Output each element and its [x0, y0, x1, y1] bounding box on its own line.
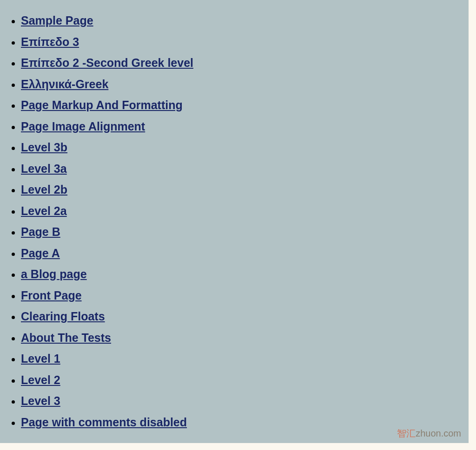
page-link[interactable]: Level 1	[21, 352, 60, 365]
list-item: a Blog page	[21, 264, 469, 285]
page-list-panel: Sample Page Επίπεδο 3 Επίπεδο 2 -Second …	[0, 0, 469, 443]
page-link[interactable]: Front Page	[21, 289, 82, 302]
list-item: Level 3b	[21, 137, 469, 158]
list-item: Page B	[21, 222, 469, 243]
page-link[interactable]: Page Markup And Formatting	[21, 98, 183, 111]
list-item: Sample Page	[21, 10, 469, 32]
list-item: Level 3a	[21, 158, 469, 180]
list-item: Level 3	[21, 391, 469, 412]
page-link[interactable]: Page A	[21, 247, 60, 260]
page-link[interactable]: Επίπεδο 3	[21, 35, 79, 48]
list-item: Level 1	[21, 348, 469, 370]
page-list: Sample Page Επίπεδο 3 Επίπεδο 2 -Second …	[0, 10, 469, 433]
list-item: Front Page	[21, 285, 469, 307]
list-item: Level 2	[21, 370, 469, 391]
page-link[interactable]: Sample Page	[21, 14, 93, 27]
list-item: Level 2a	[21, 201, 469, 222]
page-link[interactable]: Level 3a	[21, 162, 67, 175]
list-item: Επίπεδο 2 -Second Greek level	[21, 52, 469, 74]
list-item: About The Tests	[21, 327, 469, 349]
list-item: Page A	[21, 243, 469, 264]
list-item: Page Image Alignment	[21, 116, 469, 137]
page-link[interactable]: Level 2a	[21, 204, 67, 217]
page-link[interactable]: Ελληνικά-Greek	[21, 78, 108, 91]
page-link[interactable]: Επίπεδο 2 -Second Greek level	[21, 56, 193, 69]
page-link[interactable]: Level 2	[21, 373, 60, 386]
page-link[interactable]: Level 2b	[21, 183, 67, 196]
page-link[interactable]: Page B	[21, 225, 60, 238]
list-item: Ελληνικά-Greek	[21, 74, 469, 95]
list-item: Επίπεδο 3	[21, 32, 469, 53]
list-item: Page Markup And Formatting	[21, 95, 469, 116]
page-link[interactable]: Page Image Alignment	[21, 120, 145, 133]
list-item: Clearing Floats	[21, 306, 469, 327]
list-item: Page with comments disabled	[21, 412, 469, 433]
page-link[interactable]: Level 3	[21, 394, 60, 407]
page-link[interactable]: Clearing Floats	[21, 310, 105, 323]
page-link[interactable]: Page with comments disabled	[21, 416, 187, 429]
list-item: Level 2b	[21, 179, 469, 201]
page-link[interactable]: a Blog page	[21, 267, 87, 280]
page-link[interactable]: Level 3b	[21, 141, 67, 154]
page-link[interactable]: About The Tests	[21, 331, 111, 344]
